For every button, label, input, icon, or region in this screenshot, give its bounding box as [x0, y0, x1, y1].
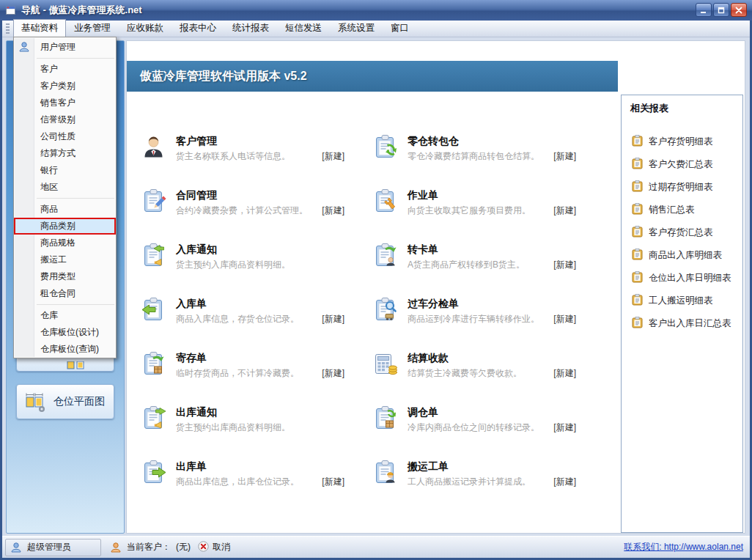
feature-warehouse-move-order[interactable]: 调仓单 冷库内商品仓位之间的转移记录。 [新建]: [373, 402, 618, 457]
contact-us-link[interactable]: 联系我们: http://www.aolan.net: [624, 541, 743, 553]
menu-separator: [37, 198, 114, 199]
report-link-customer-inout-daily-summary[interactable]: 客户出入库日汇总表: [622, 312, 742, 335]
current-client-label: 当前客户：: [127, 541, 171, 553]
menu-item-goods-category[interactable]: 商品类别: [14, 218, 116, 235]
menu-bar: 基础资料 业务管理 应收账款 报表中心 统计报表 短信发送 系统设置 窗口: [2, 21, 750, 37]
menu-item-region[interactable]: 地区: [14, 179, 116, 196]
reports-panel-title: 相关报表: [622, 95, 742, 115]
minimize-button[interactable]: [696, 3, 712, 17]
menu-item-goods-spec[interactable]: 商品规格: [14, 235, 116, 251]
clipboard-worker-icon: [373, 460, 398, 485]
feature-inbound-notice[interactable]: 入库通知 货主预约入库商品资料明细。: [141, 240, 373, 294]
report-icon: [632, 248, 643, 262]
menu-basic-data[interactable]: 基础资料: [13, 19, 66, 38]
menu-item-bank[interactable]: 银行: [14, 162, 116, 179]
client-person-icon: [110, 542, 122, 553]
clipboard-transfer-icon: [373, 243, 398, 268]
menu-window[interactable]: 窗口: [383, 19, 417, 38]
menu-item-credit-level[interactable]: 信誉级别: [14, 111, 116, 128]
menu-item-porter[interactable]: 搬运工: [14, 251, 116, 268]
menu-item-warehouse[interactable]: 仓库: [14, 307, 116, 324]
warehouse-plan-partial-icon: [67, 361, 86, 372]
current-client-group: 当前客户： (无): [110, 541, 191, 553]
new-link[interactable]: [新建]: [322, 367, 344, 380]
report-link-goods-inout-detail[interactable]: 商品出入库明细表: [622, 244, 742, 267]
menu-item-goods[interactable]: 商品: [14, 201, 116, 218]
new-link[interactable]: [新建]: [553, 313, 576, 325]
menu-item-company-nature[interactable]: 公司性质: [14, 128, 116, 145]
menu-item-customer[interactable]: 客户: [14, 61, 116, 78]
menu-system-settings[interactable]: 系统设置: [330, 19, 383, 38]
calculator-coins-icon: [373, 351, 398, 376]
new-link[interactable]: [新建]: [553, 476, 576, 488]
menu-separator: [37, 58, 114, 59]
new-link[interactable]: [新建]: [322, 313, 344, 325]
report-icon: [632, 226, 643, 240]
report-icon: [632, 158, 643, 172]
feature-inbound-order[interactable]: 入库单 商品入库信息，存货仓位记录。 [新建]: [141, 294, 373, 348]
new-link[interactable]: [新建]: [553, 421, 576, 434]
feature-outbound-notice[interactable]: 出库通知 货主预约出库商品资料明细。: [141, 402, 373, 457]
report-link-customer-stock-detail[interactable]: 客户存货明细表: [622, 130, 742, 153]
slot-plan-label: 仓位平面图: [54, 395, 105, 408]
menu-receivables[interactable]: 应收账款: [119, 19, 172, 38]
feature-outbound-order[interactable]: 出库单 商品出库信息，出库仓位记录。 [新建]: [141, 457, 373, 511]
title-bar: 导航 - 傲蓝冷库管理系统.net: [0, 0, 752, 21]
menu-report-center[interactable]: 报表中心: [172, 19, 224, 38]
reports-list: 客户存货明细表 客户欠费汇总表 过期存货明细表 销售汇总表 客户存货汇总表 商品…: [622, 130, 742, 335]
menu-business[interactable]: 业务管理: [66, 19, 119, 38]
app-icon: [5, 4, 17, 16]
report-link-customer-stock-summary[interactable]: 客户存货汇总表: [622, 221, 742, 244]
clipboard-arrow-in-icon: [141, 243, 166, 268]
feature-job-order[interactable]: 作业单 向货主收取其它服务项目费用。 [新建]: [373, 185, 618, 240]
menu-item-customer-category[interactable]: 客户类别: [14, 78, 116, 95]
feature-transfer-card[interactable]: 转卡单 A货主商品产权转移到B货主。 [新建]: [373, 240, 618, 294]
menu-item-settlement-method[interactable]: 结算方式: [14, 145, 116, 162]
clipboard-pencil-icon: [141, 188, 166, 213]
status-bar: 超级管理员 当前客户： (无) 取消 联系我们: http://www.aola…: [2, 536, 750, 558]
report-link-slot-inout-daily-detail[interactable]: 仓位出入库日明细表: [622, 267, 742, 290]
new-link[interactable]: [新建]: [322, 150, 344, 163]
related-reports-panel: 相关报表 客户存货明细表 客户欠费汇总表 过期存货明细表 销售汇总表 客户存货汇…: [621, 95, 743, 533]
feature-contract-management[interactable]: 合同管理 合约冷藏费杂费，计算公式管理。 [新建]: [141, 185, 373, 240]
menu-item-warehouse-slot-design[interactable]: 仓库板位(设计): [14, 324, 116, 341]
feature-retail-to-package[interactable]: 零仓转包仓 零仓冷藏费结算商品转包仓结算。 [新建]: [373, 131, 618, 185]
report-icon: [632, 317, 643, 331]
new-link[interactable]: [新建]: [553, 150, 576, 163]
clipboard-recycle-icon: [373, 134, 398, 159]
new-link[interactable]: [新建]: [553, 259, 576, 271]
menu-item-lease-contract[interactable]: 租仓合同: [14, 285, 116, 302]
main-content: 傲蓝冷库管理软件试用版本 v5.2 客户管理 货主名称联系人电话等信息。 [新建…: [126, 40, 745, 534]
feature-customer-management[interactable]: 客户管理 货主名称联系人电话等信息。 [新建]: [141, 131, 373, 185]
new-link[interactable]: [新建]: [322, 205, 344, 217]
feature-vehicle-sorting[interactable]: 过车分检单 商品运到冷库进行车辆转移作业。 [新建]: [373, 294, 618, 348]
menu-item-fee-type[interactable]: 费用类型: [14, 268, 116, 285]
feature-settlement-collection[interactable]: 结算收款 结算货主冷藏费等欠费收款。 [新建]: [373, 348, 618, 402]
menu-item-sales-customer[interactable]: 销售客户: [14, 95, 116, 111]
cancel-client-button[interactable]: 取消: [198, 541, 230, 554]
businessman-icon: [141, 134, 166, 159]
report-link-sales-summary[interactable]: 销售汇总表: [622, 199, 742, 221]
slot-plan-button[interactable]: 仓位平面图: [16, 384, 114, 419]
new-link[interactable]: [新建]: [553, 205, 576, 217]
menu-statistics[interactable]: 统计报表: [224, 19, 277, 38]
new-link[interactable]: [新建]: [322, 476, 344, 488]
menu-item-warehouse-slot-query[interactable]: 仓库板位(查询): [14, 341, 116, 358]
report-link-customer-arrears-summary[interactable]: 客户欠费汇总表: [622, 153, 742, 176]
report-link-worker-porter-detail[interactable]: 工人搬运明细表: [622, 290, 742, 312]
new-link[interactable]: [新建]: [553, 367, 576, 380]
clipboard-magnifier-truck-icon: [373, 297, 398, 322]
report-link-expired-stock-detail[interactable]: 过期存货明细表: [622, 176, 742, 199]
clipboard-box-arrow-icon: [141, 351, 166, 376]
close-button[interactable]: [731, 3, 747, 17]
menu-sms[interactable]: 短信发送: [277, 19, 330, 38]
menu-item-user-management[interactable]: 用户管理: [14, 39, 116, 56]
clipboard-arrow-out-icon: [141, 405, 166, 430]
feature-grid: 客户管理 货主名称联系人电话等信息。 [新建] 零仓转包仓 零仓冷藏费结算商品转…: [141, 131, 618, 511]
app-window: { "window": { "title": "导航 - 傲蓝冷库管理系统.ne…: [0, 0, 752, 560]
feature-deposit-order[interactable]: 寄存单 临时存货商品，不计算冷藏费。 [新建]: [141, 348, 373, 402]
cancel-icon: [198, 541, 209, 554]
current-user-label: 超级管理员: [27, 541, 71, 553]
maximize-button[interactable]: [713, 3, 729, 17]
feature-porter-order[interactable]: 搬运工单 工人商品搬运记录并计算提成。 [新建]: [373, 457, 618, 511]
